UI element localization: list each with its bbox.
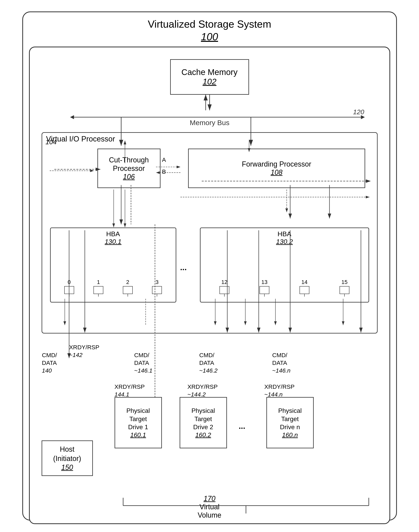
fp-label: Forwarding Processor: [242, 160, 311, 168]
fp-num: 108: [271, 168, 282, 177]
port-2-label: 2: [126, 279, 129, 285]
port-0-label: 0: [68, 279, 71, 285]
port-0-connector: [64, 286, 74, 294]
hba1-ports: 0 1 2 3: [55, 279, 172, 294]
inner-container: Cache Memory 102 104 Virtual I/O Process…: [29, 47, 390, 524]
cmd-data-146-n-label: CMD/DATA~146.n: [272, 351, 291, 374]
hba1-box: HBA 130.1 0 1 2: [50, 228, 176, 302]
port-3: 3: [152, 279, 162, 294]
ptd-ellipsis: ...: [239, 422, 245, 431]
a-label: A: [162, 156, 166, 163]
port-13-label: 13: [261, 279, 267, 285]
port-3-connector: [152, 286, 162, 294]
hba2-label: HBA: [200, 230, 368, 238]
port-3-label: 3: [155, 279, 158, 285]
port-14: 14: [300, 279, 309, 294]
port-0: 0: [64, 279, 74, 294]
ptd1-box: PhysicalTargetDrive 1 160.1: [115, 397, 162, 448]
port-12: 12: [220, 279, 229, 294]
ptd2-box: PhysicalTargetDrive 2 160.2: [180, 397, 227, 448]
b-label: B: [162, 168, 166, 175]
port-1-label: 1: [97, 279, 100, 285]
fp-box: Forwarding Processor 108: [188, 149, 365, 188]
port-15: 15: [340, 279, 349, 294]
xrdy-rsp-142-label: XRDY/RSP~142: [69, 343, 99, 359]
cmd-data-146-1-label: CMD/DATA~146.1: [134, 351, 153, 374]
system-num: 100: [29, 31, 390, 43]
port-1: 1: [93, 279, 103, 294]
vio-box: Virtual I/O Processor Cut-ThroughProcess…: [42, 132, 378, 333]
xrdy-rsp-144-2-label: XRDY/RSP~144.2: [187, 383, 218, 398]
ptdn-num: 160.n: [282, 431, 298, 439]
hba2-ports: 12 13 14 15: [205, 279, 365, 294]
port-2: 2: [123, 279, 133, 294]
host-label: Host(Initiator): [53, 445, 81, 463]
ctp-label: Cut-ThroughProcessor: [109, 156, 149, 173]
port-1-connector: [93, 286, 103, 294]
xrdy-rsp-144-1-label: XRDY/RSP144.1: [115, 383, 145, 398]
cache-memory-box: Cache Memory 102: [170, 59, 249, 95]
hba1-num: 130.1: [51, 238, 176, 246]
cache-memory-label: Cache Memory: [181, 68, 238, 77]
port-12-connector: [220, 286, 229, 294]
outer-container: Virtualized Storage System 100 Cache Mem…: [22, 12, 397, 520]
hba1-label: HBA: [51, 230, 176, 238]
ptd1-num: 160.1: [130, 431, 146, 439]
hba2-num: 130.2: [200, 238, 368, 246]
svg-text:Memory Bus: Memory Bus: [190, 119, 229, 127]
ptd2-num: 160.2: [195, 431, 211, 439]
host-box: Host(Initiator) 150: [42, 440, 93, 476]
virtual-volume-label: VirtualVolume: [197, 503, 221, 519]
svg-text:120: 120: [353, 108, 364, 116]
port-2-connector: [123, 286, 133, 294]
cmd-data-146-2-label: CMD/DATA~146.2: [199, 351, 218, 374]
ctp-box: Cut-ThroughProcessor 106: [97, 149, 160, 188]
ptdn-box: PhysicalTargetDrive n 160.n: [266, 397, 314, 448]
vio-label: Virtual I/O Processor: [46, 135, 115, 143]
virtual-volume-num: 170: [197, 494, 221, 503]
port-14-connector: [300, 286, 309, 294]
ptd1-label: PhysicalTargetDrive 1: [126, 407, 150, 431]
xrdy-rsp-144-n-label: XRDY/RSP~144.n: [264, 383, 295, 398]
ctp-num: 106: [123, 173, 135, 181]
ptdn-label: PhysicalTargetDrive n: [278, 407, 302, 431]
ptd2-label: PhysicalTargetDrive 2: [191, 407, 215, 431]
port-13-connector: [260, 286, 269, 294]
svg-marker-25: [361, 115, 365, 119]
svg-marker-24: [70, 115, 74, 119]
virtual-volume-area: 170 VirtualVolume: [197, 494, 221, 519]
hba-ellipsis: ...: [180, 263, 187, 272]
port-15-label: 15: [341, 279, 347, 285]
host-num: 150: [61, 463, 73, 472]
port-12-label: 12: [221, 279, 227, 285]
cache-memory-num: 102: [202, 77, 216, 86]
port-15-connector: [340, 286, 349, 294]
hba2-box: HBA 130.2 12 13 14: [200, 228, 369, 302]
system-title: Virtualized Storage System: [29, 18, 390, 30]
cmd-data-140-label: CMD/DATA140: [42, 351, 57, 374]
port-13: 13: [260, 279, 269, 294]
port-14-label: 14: [301, 279, 307, 285]
